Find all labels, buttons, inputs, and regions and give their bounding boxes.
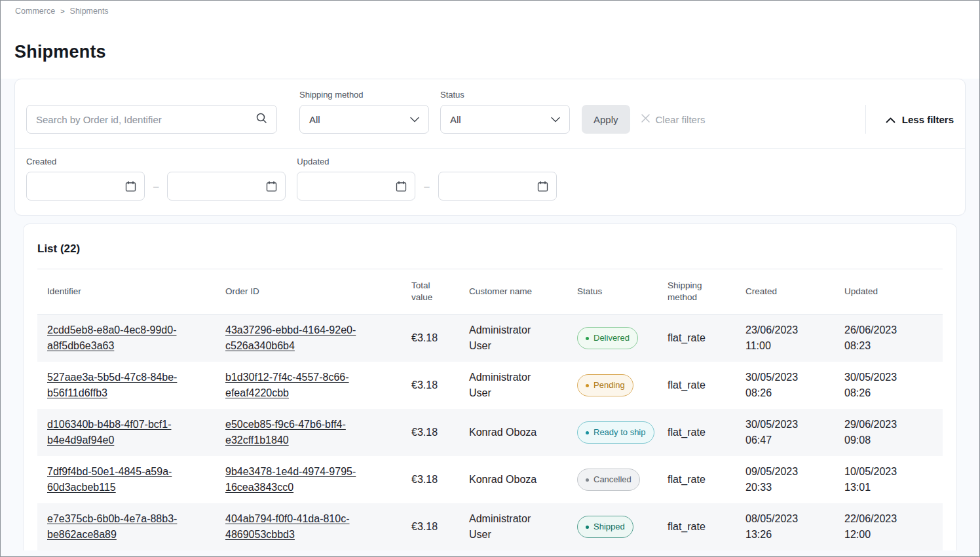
- column-header-shipping-method: Shipping method: [668, 280, 715, 303]
- table-row: d106340b-b4b8-4f07-bcf1-b4e4d9af94e0 e50…: [37, 409, 943, 456]
- created-label: Created: [26, 157, 145, 166]
- status-label: Shipped: [594, 519, 625, 535]
- status-dot-icon: [586, 526, 589, 529]
- total-value: €3.18: [411, 371, 469, 400]
- calendar-icon[interactable]: [125, 181, 136, 192]
- column-header-updated: Updated: [844, 286, 943, 298]
- identifier-cell: e7e375cb-6b0b-4e7a-88b3-be862ace8a89: [37, 505, 225, 549]
- created-from-field: [26, 172, 145, 201]
- customer-name: Konrad Oboza: [469, 465, 561, 494]
- table-header: Identifier Order ID Total value Customer…: [37, 269, 943, 315]
- status-label: Ready to ship: [594, 425, 646, 440]
- status-badge: Ready to ship: [577, 421, 654, 444]
- column-header-identifier: Identifier: [37, 286, 225, 298]
- shipping-method-filter: Shipping method All: [299, 90, 429, 134]
- identifier-link[interactable]: 2cdd5eb8-e8a0-4ec8-99d0-a8f5db6e3a63: [47, 324, 176, 351]
- search-icon[interactable]: [255, 112, 267, 126]
- filter-row-dates: Created: [15, 148, 965, 215]
- shipments-page: Commerce > Shipments Shipments: [0, 0, 980, 557]
- status-value: All: [450, 114, 461, 125]
- status-dot-icon: [586, 384, 589, 387]
- status-label: Delivered: [594, 330, 630, 346]
- identifier-link[interactable]: 7df9f4bd-50e1-4845-a59a-60d3acbeb115: [47, 466, 172, 493]
- total-value: €3.18: [411, 512, 469, 541]
- total-value: €3.18: [411, 324, 469, 353]
- chevron-down-icon: [410, 113, 419, 125]
- breadcrumb-separator: >: [60, 7, 64, 15]
- created-from-input[interactable]: [35, 181, 107, 192]
- status-select[interactable]: All: [440, 105, 570, 134]
- shipping-method-select[interactable]: All: [299, 105, 429, 134]
- customer-name: Administrator User: [469, 316, 561, 360]
- shipping-method: flat_rate: [668, 324, 745, 353]
- filters-panel: Shipping method All Status All: [14, 79, 966, 216]
- clear-filters-label: Clear filters: [656, 114, 706, 125]
- search-input[interactable]: [36, 114, 255, 125]
- table-row: 2cdd5eb8-e8a0-4ec8-99d0-a8f5db6e3a63 43a…: [37, 315, 943, 362]
- status-badge: Pending: [577, 374, 633, 396]
- shipping-method: flat_rate: [668, 418, 745, 447]
- column-header-order-id: Order ID: [225, 286, 411, 298]
- created-to-input[interactable]: [176, 181, 248, 192]
- updated-label: Updated: [297, 157, 415, 166]
- updated-from-input[interactable]: [305, 181, 377, 192]
- updated-to-input[interactable]: [447, 181, 519, 192]
- status-dot-icon: [586, 337, 589, 340]
- order-id-link[interactable]: 9b4e3478-1e4d-4974-9795-16cea3843cc0: [225, 466, 356, 493]
- total-value: €3.18: [411, 465, 469, 494]
- shipments-list-panel: List (22) Identifier Order ID Total valu…: [23, 223, 957, 550]
- order-id-link[interactable]: 43a37296-ebbd-4164-92e0-c526a340b6b4: [225, 324, 356, 351]
- clear-filters-button[interactable]: Clear filters: [641, 105, 706, 134]
- breadcrumb-shipments[interactable]: Shipments: [70, 7, 109, 16]
- updated-date: 29/06/2023 09:08: [844, 410, 922, 455]
- content-area: Shipping method All Status All: [1, 79, 979, 557]
- created-date: 30/05/2023 06:47: [745, 410, 823, 455]
- identifier-link[interactable]: d106340b-b4b8-4f07-bcf1-b4e4d9af94e0: [47, 419, 171, 446]
- status-label: Pending: [594, 377, 625, 393]
- identifier-link[interactable]: 527aae3a-5b5d-47c8-84be-b56f11d6ffb3: [47, 372, 177, 398]
- status-cell: Delivered: [577, 320, 668, 356]
- search-group: [26, 105, 277, 134]
- breadcrumb: Commerce > Shipments: [1, 1, 979, 16]
- shipping-method: flat_rate: [668, 465, 745, 494]
- status-cell: Shipped: [577, 509, 668, 545]
- less-filters-button[interactable]: Less filters: [865, 105, 954, 134]
- order-id-link[interactable]: e50ceb85-f9c6-47b6-bff4-e32cff1b1840: [225, 419, 346, 446]
- apply-button[interactable]: Apply: [582, 105, 630, 134]
- table-row: 527aae3a-5b5d-47c8-84be-b56f11d6ffb3 b1d…: [37, 362, 943, 409]
- identifier-cell: 2cdd5eb8-e8a0-4ec8-99d0-a8f5db6e3a63: [37, 316, 225, 360]
- identifier-cell: d106340b-b4b8-4f07-bcf1-b4e4d9af94e0: [37, 410, 225, 455]
- status-badge: Delivered: [577, 327, 638, 349]
- order-id-link[interactable]: 404ab794-f0f0-41da-810c-4869053cbbd3: [225, 513, 349, 540]
- order-id-link[interactable]: b1d30f12-7f4c-4557-8c66-efeaf4220cbb: [225, 372, 349, 398]
- shipping-method-label: Shipping method: [299, 90, 429, 100]
- shipping-method-value: All: [309, 114, 320, 125]
- status-badge: Cancelled: [577, 469, 640, 491]
- status-dot-icon: [586, 431, 589, 434]
- updated-date: 22/06/2023 12:00: [844, 505, 922, 549]
- customer-name: Administrator User: [469, 363, 561, 408]
- list-title: List (22): [37, 242, 943, 256]
- close-icon: [641, 113, 650, 125]
- calendar-icon[interactable]: [266, 181, 277, 192]
- updated-to-group: [438, 172, 557, 201]
- column-header-total-value: Total value: [411, 280, 445, 303]
- page-title: Shipments: [14, 42, 979, 62]
- status-dot-icon: [586, 478, 589, 482]
- status-badge: Shipped: [577, 516, 633, 538]
- breadcrumb-commerce[interactable]: Commerce: [15, 7, 55, 16]
- order-id-cell: e50ceb85-f9c6-47b6-bff4-e32cff1b1840: [225, 410, 411, 455]
- created-date: 30/05/2023 08:26: [745, 363, 823, 408]
- updated-filter: Updated: [297, 157, 415, 201]
- order-id-cell: 43a37296-ebbd-4164-92e0-c526a340b6b4: [225, 316, 411, 360]
- column-header-created: Created: [745, 286, 844, 298]
- updated-date: 30/05/2023 08:26: [844, 363, 922, 408]
- less-filters-label: Less filters: [902, 114, 954, 125]
- column-header-customer-name: Customer name: [469, 286, 577, 298]
- column-header-status: Status: [577, 286, 668, 298]
- identifier-link[interactable]: e7e375cb-6b0b-4e7a-88b3-be862ace8a89: [47, 513, 177, 540]
- calendar-icon[interactable]: [537, 181, 548, 192]
- calendar-icon[interactable]: [396, 181, 407, 192]
- filter-row-primary: Shipping method All Status All: [15, 79, 965, 148]
- customer-name: Konrad Oboza: [469, 418, 561, 447]
